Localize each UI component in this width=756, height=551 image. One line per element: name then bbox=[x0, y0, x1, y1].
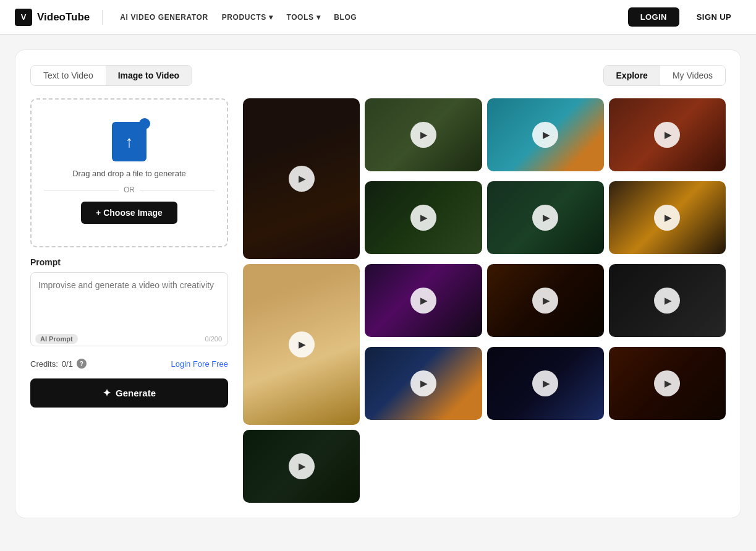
video-thumb-11[interactable] bbox=[609, 264, 726, 337]
right-panel bbox=[243, 98, 726, 503]
play-button-9[interactable] bbox=[410, 288, 436, 314]
credits-label: Credits: bbox=[30, 359, 58, 369]
videos-grid bbox=[243, 98, 726, 503]
play-button-8[interactable] bbox=[289, 331, 315, 357]
video-thumb-13[interactable] bbox=[487, 347, 604, 420]
video-thumb-1[interactable] bbox=[243, 98, 360, 259]
logo[interactable]: V VideoTube bbox=[15, 9, 90, 26]
top-tabs-row: Text to Video Image to Video Explore My … bbox=[30, 65, 726, 86]
video-thumb-3[interactable] bbox=[487, 98, 604, 171]
prompt-label: Prompt bbox=[30, 257, 228, 267]
video-thumb-14[interactable] bbox=[609, 347, 726, 420]
main-card: Text to Video Image to Video Explore My … bbox=[15, 49, 741, 518]
choose-image-button[interactable]: + Choose Image bbox=[81, 202, 177, 224]
play-button-5[interactable] bbox=[410, 205, 436, 231]
upload-arrow-icon: ↑ bbox=[125, 134, 134, 150]
play-button-3[interactable] bbox=[532, 122, 558, 148]
or-divider: OR bbox=[44, 186, 214, 194]
generate-label: Generate bbox=[116, 388, 156, 398]
credits-info-icon[interactable]: ? bbox=[77, 359, 87, 369]
video-thumb-7[interactable] bbox=[609, 181, 726, 254]
left-tab-group: Text to Video Image to Video bbox=[30, 65, 192, 86]
play-button-14[interactable] bbox=[654, 370, 680, 396]
play-button-7[interactable] bbox=[654, 205, 680, 231]
tab-text-to-video[interactable]: Text to Video bbox=[31, 66, 106, 85]
logo-icon: V bbox=[15, 9, 32, 26]
ai-prompt-badge: AI Prompt bbox=[35, 334, 78, 344]
video-thumb-10[interactable] bbox=[487, 264, 604, 337]
login-button[interactable]: LOGIN bbox=[628, 7, 679, 27]
signup-button[interactable]: SIGN UP bbox=[687, 7, 741, 27]
play-button-1[interactable] bbox=[289, 166, 315, 192]
video-thumb-8[interactable] bbox=[243, 264, 360, 425]
play-button-6[interactable] bbox=[532, 205, 558, 231]
video-thumb-12[interactable] bbox=[365, 347, 482, 420]
tab-image-to-video[interactable]: Image to Video bbox=[106, 66, 192, 85]
login-fore-free-link[interactable]: Login Fore Free bbox=[171, 359, 229, 369]
page-wrapper: Text to Video Image to Video Explore My … bbox=[0, 35, 756, 533]
chevron-down-icon: ▾ bbox=[269, 13, 273, 22]
play-button-12[interactable] bbox=[410, 370, 436, 396]
tab-explore[interactable]: Explore bbox=[604, 66, 660, 85]
left-panel: ↑ Drag and drop a file to generate OR + … bbox=[30, 98, 228, 503]
video-thumb-6[interactable] bbox=[487, 181, 604, 254]
generate-icon: ✦ bbox=[103, 387, 111, 399]
nav-links: AI VIDEO GENERATOR PRODUCTS ▾ TOOLS ▾ BL… bbox=[115, 9, 615, 25]
play-button-11[interactable] bbox=[654, 288, 680, 314]
video-thumb-4[interactable] bbox=[609, 98, 726, 171]
video-thumb-15[interactable] bbox=[243, 430, 360, 503]
nav-actions: LOGIN SIGN UP bbox=[628, 7, 741, 27]
navbar: V VideoTube AI VIDEO GENERATOR PRODUCTS … bbox=[0, 0, 756, 35]
play-button-13[interactable] bbox=[532, 370, 558, 396]
video-thumb-2[interactable] bbox=[365, 98, 482, 171]
prompt-section: Prompt AI Prompt 0/200 bbox=[30, 257, 228, 349]
generate-button[interactable]: ✦ Generate bbox=[30, 378, 228, 408]
play-button-15[interactable] bbox=[289, 453, 315, 479]
nav-tools[interactable]: TOOLS ▾ bbox=[281, 9, 325, 25]
nav-products[interactable]: PRODUCTS ▾ bbox=[217, 9, 278, 25]
nav-ai-video[interactable]: AI VIDEO GENERATOR bbox=[115, 9, 213, 25]
prompt-count: 0/200 bbox=[205, 335, 222, 343]
tab-my-videos[interactable]: My Videos bbox=[660, 66, 725, 85]
chevron-down-icon: ▾ bbox=[316, 13, 321, 22]
upload-icon: ↑ bbox=[112, 122, 147, 161]
right-tab-group: Explore My Videos bbox=[603, 65, 726, 86]
credits-row: Credits: 0/1 ? Login Fore Free bbox=[30, 359, 228, 369]
play-button-4[interactable] bbox=[654, 122, 680, 148]
upload-zone[interactable]: ↑ Drag and drop a file to generate OR + … bbox=[30, 98, 228, 247]
video-thumb-9[interactable] bbox=[365, 264, 482, 337]
credits-value: 0/1 bbox=[62, 359, 73, 369]
video-thumb-5[interactable] bbox=[365, 181, 482, 254]
nav-divider bbox=[102, 10, 103, 25]
content-area: ↑ Drag and drop a file to generate OR + … bbox=[30, 98, 726, 503]
play-button-2[interactable] bbox=[410, 122, 436, 148]
nav-blog[interactable]: BLOG bbox=[329, 9, 362, 25]
logo-text: VideoTube bbox=[37, 11, 90, 23]
play-button-10[interactable] bbox=[532, 288, 558, 314]
prompt-wrapper: AI Prompt 0/200 bbox=[30, 272, 228, 349]
upload-text: Drag and drop a file to generate bbox=[72, 169, 186, 178]
